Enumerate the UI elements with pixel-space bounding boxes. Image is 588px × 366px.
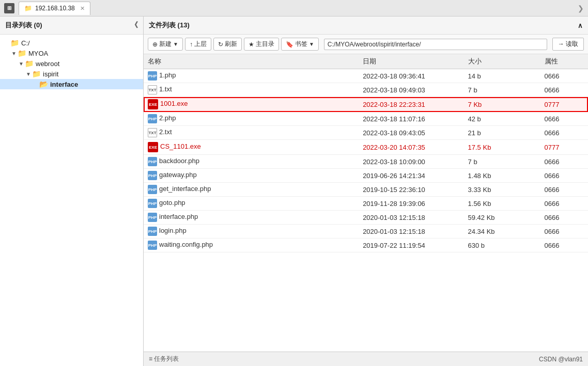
table-row[interactable]: PHPinterface.php2020-01-03 12:15:1859.42…: [144, 211, 588, 225]
tab-folder-icon: 📁: [24, 5, 32, 12]
file-date: 2022-03-18 09:36:41: [359, 69, 463, 83]
new-label: 新建: [159, 40, 172, 49]
task-list-label[interactable]: ≡ 任务列表: [149, 355, 179, 363]
file-attr: 0666: [540, 155, 589, 169]
file-date: 2020-01-03 12:15:18: [359, 211, 463, 225]
refresh-label: 刷新: [225, 40, 237, 49]
tree-item-ispirit[interactable]: ▼ 📁 ispirit: [0, 69, 143, 79]
app-icon: ⊞: [4, 3, 14, 13]
php-icon: PHP: [148, 185, 157, 194]
file-name: 2.php: [159, 114, 176, 122]
txt-icon: TXT: [148, 85, 157, 94]
right-panel-header: 文件列表 (13) ∧: [144, 17, 588, 35]
toolbar: ⊕ 新建 ▼ ↑ 上层 ↻ 刷新 ★ 主目录 🔖 书签 ▼ → 读取: [144, 35, 588, 54]
table-row[interactable]: PHPgateway.php2019-06-26 14:21:341.48 Kb…: [144, 169, 588, 183]
file-attr: 0777: [540, 140, 589, 155]
file-name: waiting.config.php: [159, 241, 213, 248]
file-size: 7 b: [464, 155, 540, 169]
file-attr: 0666: [540, 83, 589, 97]
up-label: 上层: [194, 40, 207, 49]
refresh-button[interactable]: ↻ 刷新: [213, 38, 242, 51]
new-icon: ⊕: [152, 41, 158, 48]
bookmark-icon: 🔖: [286, 41, 293, 48]
tree-label: ispirit: [43, 70, 58, 78]
folder-icon: 📁: [32, 70, 41, 78]
grid-icon: ⊞: [7, 5, 11, 11]
left-panel-header: 目录列表 (0) 《: [0, 17, 143, 35]
refresh-icon: ↻: [218, 41, 223, 48]
collapse-button[interactable]: 《: [131, 21, 138, 30]
folder-icon: 📁: [10, 39, 19, 47]
go-button[interactable]: → 读取: [552, 38, 584, 51]
tab-close-button[interactable]: ✕: [80, 5, 85, 12]
bookmark-button[interactable]: 🔖 书签 ▼: [281, 38, 319, 51]
php-icon: PHP: [148, 241, 157, 250]
table-row[interactable]: EXECS_1101.exe2022-03-20 14:07:3517.5 Kb…: [144, 140, 588, 155]
file-attr: 0666: [540, 211, 589, 225]
tree-label: MYOA: [28, 50, 48, 57]
table-row[interactable]: PHP1.php2022-03-18 09:36:4114 b0666: [144, 69, 588, 83]
file-name: get_interface.php: [159, 185, 211, 193]
file-attr: 0666: [540, 225, 589, 238]
file-name: interface.php: [159, 213, 198, 220]
left-panel: 目录列表 (0) 《 📁 C:/ ▼ 📁 MYOA ▼ 📁: [0, 17, 144, 366]
directory-list-title: 目录列表 (0): [5, 21, 42, 30]
exe-icon: EXE: [148, 142, 158, 152]
file-size: 24.34 Kb: [464, 225, 540, 238]
main-container: 目录列表 (0) 《 📁 C:/ ▼ 📁 MYOA ▼ 📁: [0, 17, 588, 366]
tree-item-webroot[interactable]: ▼ 📁 webroot: [0, 58, 143, 69]
tree-label: webroot: [36, 60, 59, 68]
new-button[interactable]: ⊕ 新建 ▼: [148, 38, 183, 51]
exe-icon: EXE: [148, 99, 158, 109]
table-row[interactable]: PHPlogin.php2020-01-03 12:15:1824.34 Kb0…: [144, 225, 588, 238]
home-label: 主目录: [256, 40, 274, 49]
folder-icon: 📁: [25, 59, 34, 68]
expand-icon[interactable]: ❯: [578, 4, 584, 12]
table-row[interactable]: PHP2.php2022-03-18 11:07:1642 b0666: [144, 112, 588, 126]
tree-item-interface[interactable]: 📂 interface: [0, 79, 143, 89]
home-button[interactable]: ★ 主目录: [244, 38, 279, 51]
file-date: 2022-03-18 11:07:16: [359, 112, 463, 126]
up-button[interactable]: ↑ 上层: [185, 38, 211, 51]
col-header-name: 名称: [144, 54, 359, 69]
path-input[interactable]: [324, 39, 547, 50]
file-size: 3.33 Kb: [464, 183, 540, 197]
title-tab[interactable]: 📁 192.168.10.38 ✕: [19, 2, 90, 15]
right-panel: 文件列表 (13) ∧ ⊕ 新建 ▼ ↑ 上层 ↻ 刷新 ★ 主目录: [144, 17, 588, 366]
file-attr: 0666: [540, 69, 589, 83]
table-row[interactable]: EXE1001.exe2022-03-18 22:23:317 Kb0777: [144, 97, 588, 112]
col-header-date: 日期: [359, 54, 463, 69]
php-icon: PHP: [148, 213, 157, 222]
tree-label: C:/: [21, 39, 30, 47]
file-name: goto.php: [159, 199, 185, 206]
file-attr: 0666: [540, 169, 589, 183]
table-row[interactable]: PHPwaiting.config.php2019-07-22 11:19:54…: [144, 238, 588, 252]
file-list-area: 名称 日期 大小 属性 PHP1.php2022-03-18 09:36:411…: [144, 54, 588, 352]
table-row[interactable]: PHPbackdoor.php2022-03-18 10:09:007 b066…: [144, 155, 588, 169]
file-name: 1.txt: [159, 85, 172, 93]
tree-item-myoa[interactable]: ▼ 📁 MYOA: [0, 48, 143, 58]
file-size: 17.5 Kb: [464, 140, 540, 155]
file-attr: 0666: [540, 126, 589, 140]
file-size: 1.56 Kb: [464, 197, 540, 211]
table-row[interactable]: PHPget_interface.php2019-10-15 22:36:103…: [144, 183, 588, 197]
file-size: 630 b: [464, 238, 540, 252]
tree-item-c-drive[interactable]: 📁 C:/: [0, 38, 143, 48]
file-attr: 0666: [540, 183, 589, 197]
file-date: 2022-03-18 22:23:31: [359, 97, 463, 112]
folder-solid-icon: 📂: [39, 80, 48, 88]
tree-label: interface: [50, 81, 78, 88]
brand-label: CSDN @vlan91: [539, 356, 583, 363]
home-icon: ★: [249, 41, 254, 48]
table-row[interactable]: TXT2.txt2022-03-18 09:43:0521 b0666: [144, 126, 588, 140]
right-expand-icon[interactable]: ∧: [578, 22, 583, 29]
file-size: 21 b: [464, 126, 540, 140]
file-size: 7 Kb: [464, 97, 540, 112]
bookmark-dropdown-icon: ▼: [309, 41, 314, 47]
file-list-title: 文件列表 (13): [149, 21, 190, 30]
file-date: 2019-11-28 19:39:06: [359, 197, 463, 211]
php-icon: PHP: [148, 71, 157, 81]
file-attr: 0666: [540, 197, 589, 211]
table-row[interactable]: TXT1.txt2022-03-18 09:49:037 b0666: [144, 83, 588, 97]
table-row[interactable]: PHPgoto.php2019-11-28 19:39:061.56 Kb066…: [144, 197, 588, 211]
